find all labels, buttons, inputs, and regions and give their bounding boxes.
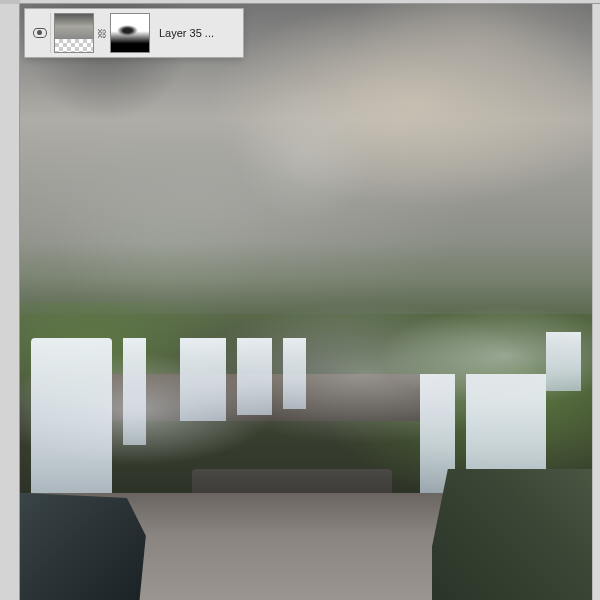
canvas-workspace: ⛓ Layer 35 ...	[0, 0, 600, 600]
thumbnail-transparency	[55, 39, 93, 52]
layer-visibility-toggle[interactable]	[29, 13, 51, 53]
eye-icon	[33, 28, 47, 38]
thumbnail-content	[55, 14, 93, 39]
layer-name-label[interactable]: Layer 35 ...	[153, 27, 239, 39]
mist-overlay	[20, 302, 592, 481]
layer-row[interactable]: ⛓ Layer 35 ...	[24, 8, 244, 58]
vertical-scrollbar[interactable]	[592, 4, 600, 600]
document-viewport[interactable]	[20, 4, 592, 600]
foreground-rock-left	[20, 493, 146, 600]
layer-thumbnail[interactable]	[54, 13, 94, 53]
foreground-rock-right	[432, 469, 592, 600]
mask-dark-region	[117, 25, 138, 36]
mask-link-icon[interactable]: ⛓	[97, 13, 107, 53]
composited-image	[20, 4, 592, 600]
layer-mask-thumbnail[interactable]	[110, 13, 150, 53]
ruler-vertical[interactable]	[0, 4, 20, 600]
